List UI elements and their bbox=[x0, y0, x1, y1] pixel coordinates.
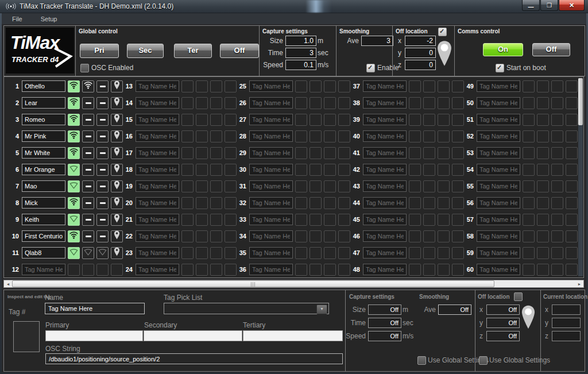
tag-name-input[interactable] bbox=[22, 80, 65, 92]
tag-empty-button[interactable] bbox=[423, 214, 435, 226]
menu-setup[interactable]: Setup bbox=[33, 14, 65, 24]
tag-empty-button[interactable] bbox=[181, 197, 194, 209]
tag-empty-button[interactable] bbox=[551, 147, 563, 159]
tag-empty-button[interactable] bbox=[181, 247, 194, 259]
tag-empty-button[interactable] bbox=[566, 197, 578, 209]
tag-empty-button[interactable] bbox=[310, 180, 322, 192]
tag-name-input[interactable] bbox=[477, 214, 520, 225]
tag-name-input[interactable] bbox=[136, 164, 179, 175]
tag-empty-button[interactable] bbox=[423, 80, 435, 92]
tag-empty-button[interactable] bbox=[438, 130, 450, 142]
dash-button[interactable] bbox=[96, 230, 109, 242]
dropdown-chevron-icon[interactable] bbox=[316, 304, 327, 314]
tag-empty-button[interactable] bbox=[523, 230, 535, 242]
tag-empty-button[interactable] bbox=[181, 264, 194, 276]
tag-name-input[interactable] bbox=[22, 214, 65, 225]
dash-button[interactable] bbox=[96, 147, 109, 159]
tag-empty-button[interactable] bbox=[566, 114, 578, 126]
sec-button[interactable]: Sec bbox=[127, 44, 164, 58]
tertiary-field[interactable] bbox=[243, 330, 343, 341]
tag-empty-button[interactable] bbox=[196, 97, 208, 109]
tag-empty-button[interactable] bbox=[537, 247, 549, 259]
tag-empty-button[interactable] bbox=[196, 147, 208, 159]
smoothing-enable-checkbox[interactable] bbox=[366, 64, 375, 72]
off-button[interactable]: Off bbox=[220, 44, 259, 58]
tag-name-input[interactable] bbox=[136, 214, 179, 225]
hscroll-track[interactable] bbox=[494, 280, 575, 287]
tag-empty-button[interactable] bbox=[523, 80, 535, 92]
tag-empty-button[interactable] bbox=[423, 264, 435, 276]
tag-empty-button[interactable] bbox=[181, 147, 194, 159]
tag-name-input[interactable] bbox=[477, 164, 520, 175]
tag-empty-button[interactable] bbox=[310, 264, 322, 276]
tag-name-input[interactable] bbox=[477, 230, 520, 242]
tag-name-input[interactable] bbox=[22, 97, 65, 109]
tag-empty-button[interactable] bbox=[210, 230, 222, 242]
tag-empty-button[interactable] bbox=[523, 197, 535, 209]
tag-name-input[interactable] bbox=[22, 147, 65, 159]
dash-button[interactable] bbox=[96, 80, 109, 92]
tag-empty-button[interactable] bbox=[210, 97, 222, 109]
tag-name-input[interactable] bbox=[363, 180, 407, 192]
tag-empty-button[interactable] bbox=[551, 264, 563, 276]
tag-empty-button[interactable] bbox=[295, 130, 307, 142]
tag-empty-button[interactable] bbox=[210, 130, 222, 142]
smoothing-use-global-checkbox[interactable] bbox=[417, 356, 426, 365]
tag-empty-button[interactable] bbox=[537, 214, 549, 226]
tag-name-input[interactable] bbox=[363, 164, 407, 175]
tag-empty-button[interactable] bbox=[566, 247, 578, 259]
tag-empty-button[interactable] bbox=[210, 197, 222, 209]
tag-empty-button[interactable] bbox=[295, 230, 307, 242]
tag-name-input[interactable] bbox=[249, 130, 293, 142]
tag-empty-button[interactable] bbox=[324, 264, 336, 276]
tag-name-input[interactable] bbox=[136, 80, 179, 92]
minimize-button[interactable] bbox=[522, 0, 540, 11]
tag-name-input[interactable] bbox=[249, 180, 293, 192]
tag-empty-button[interactable] bbox=[310, 197, 322, 209]
tag-name-input[interactable] bbox=[363, 80, 407, 92]
tag-empty-button[interactable] bbox=[310, 147, 322, 159]
off-y-input[interactable] bbox=[405, 48, 436, 58]
tag-empty-button[interactable] bbox=[537, 164, 549, 176]
tag-empty-button[interactable] bbox=[196, 247, 208, 259]
tag-empty-button[interactable] bbox=[537, 180, 549, 192]
tag-empty-button[interactable] bbox=[409, 164, 421, 176]
tag-name-input[interactable] bbox=[477, 147, 520, 159]
tag-empty-button[interactable] bbox=[566, 264, 578, 276]
tag-empty-button[interactable] bbox=[523, 180, 535, 192]
tag-empty-button[interactable] bbox=[551, 164, 563, 176]
tag-empty-button[interactable] bbox=[523, 114, 535, 126]
tag-empty-button[interactable] bbox=[324, 147, 336, 159]
tag-name-input[interactable] bbox=[249, 197, 293, 209]
wifi-nosignal-button[interactable] bbox=[68, 164, 80, 176]
tag-empty-button[interactable] bbox=[210, 247, 222, 259]
tag-empty-button[interactable] bbox=[523, 214, 535, 226]
tag-name-input[interactable] bbox=[22, 264, 65, 275]
tag-empty-button[interactable] bbox=[438, 180, 450, 192]
bottom-speed-input[interactable] bbox=[368, 331, 401, 341]
ave-input[interactable] bbox=[361, 36, 393, 46]
tag-empty-button[interactable] bbox=[82, 264, 94, 276]
tag-empty-button[interactable] bbox=[324, 97, 336, 109]
tag-empty-button[interactable] bbox=[423, 230, 435, 242]
tag-empty-button[interactable] bbox=[409, 114, 421, 126]
tag-empty-button[interactable] bbox=[295, 80, 307, 92]
tag-empty-button[interactable] bbox=[324, 130, 336, 142]
tag-empty-button[interactable] bbox=[68, 264, 80, 276]
tag-empty-button[interactable] bbox=[523, 264, 535, 276]
tag-name-input[interactable] bbox=[363, 197, 407, 209]
wifi-signal-button[interactable] bbox=[68, 130, 80, 142]
tag-empty-button[interactable] bbox=[523, 130, 535, 142]
tag-pick-list-dropdown[interactable] bbox=[164, 303, 329, 314]
tag-empty-button[interactable] bbox=[324, 114, 336, 126]
tag-empty-button[interactable] bbox=[324, 180, 336, 192]
dash-button[interactable] bbox=[82, 97, 94, 109]
tag-empty-button[interactable] bbox=[423, 147, 435, 159]
comms-off-button[interactable]: Off bbox=[532, 43, 570, 56]
tag-empty-button[interactable] bbox=[537, 97, 549, 109]
tag-empty-button[interactable] bbox=[438, 214, 450, 226]
wifi-signal-button[interactable] bbox=[68, 97, 80, 109]
tag-name-input[interactable] bbox=[22, 180, 65, 192]
tag-empty-button[interactable] bbox=[409, 247, 421, 259]
hscroll-thumb[interactable] bbox=[12, 280, 494, 287]
